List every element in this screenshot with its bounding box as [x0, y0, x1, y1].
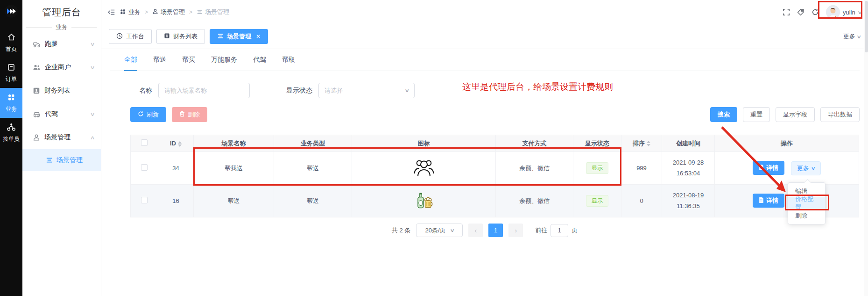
cell-sort: 0 — [621, 185, 662, 217]
filter-tab-bangsong[interactable]: 帮送 — [153, 49, 166, 71]
status-select[interactable]: 请选择 ∨ — [318, 83, 415, 98]
cell-business-type: 帮送 — [274, 185, 352, 217]
table-actions-group: 搜索 重置 显示字段 导出数据 — [710, 107, 860, 122]
select-all-checkbox[interactable] — [141, 139, 148, 146]
col-sort[interactable]: 排序 — [621, 135, 662, 152]
cell-pay-method: 余额、微信 — [496, 152, 573, 185]
chevron-down-icon: ∨ — [90, 111, 95, 117]
user-menu[interactable]: yulin ∨ — [826, 5, 861, 19]
car-icon — [33, 111, 41, 118]
sidebar-subitem-label: 场景管理 — [56, 156, 83, 165]
dropdown-item-delete[interactable]: 删除 — [788, 209, 825, 222]
cell-actions: 详情 更多 ∨ — [715, 185, 859, 217]
breadcrumb-item-scene-mgmt[interactable]: 场景管理 — [152, 8, 185, 16]
refresh-icon[interactable] — [812, 8, 819, 16]
scooter-icon — [33, 41, 41, 48]
theme-tag-icon[interactable] — [797, 8, 804, 16]
rail-item-home[interactable]: 首页 — [0, 28, 22, 58]
avatar — [826, 5, 840, 19]
scrollbar-thumb[interactable] — [865, 1, 868, 52]
row-checkbox[interactable] — [141, 197, 148, 203]
detail-button[interactable]: 详情 — [753, 161, 784, 175]
tab-workbench[interactable]: 工作台 — [109, 29, 152, 44]
rider-icon — [7, 123, 16, 133]
col-id[interactable]: ID — [158, 135, 194, 152]
cell-icon — [352, 152, 496, 185]
col-actions: 操作 — [715, 135, 859, 152]
app-logo-icon[interactable] — [4, 4, 18, 20]
close-icon[interactable]: ✕ — [256, 33, 261, 40]
chevron-down-icon: ∨ — [857, 10, 862, 15]
row-checkbox[interactable] — [141, 164, 148, 171]
tab-scene-management[interactable]: 场景管理 ✕ — [210, 29, 268, 44]
page-number-button[interactable]: 1 — [488, 224, 503, 237]
trash-icon — [179, 111, 185, 118]
filter-tab-universal[interactable]: 万能服务 — [211, 49, 237, 71]
cell-scene-name: 帮我送 — [194, 152, 274, 185]
order-icon — [7, 63, 15, 73]
goto-page: 前往 页 — [535, 224, 578, 237]
cell-pay-method: 余额、微信 — [496, 185, 573, 217]
filter-tab-daijia[interactable]: 代驾 — [253, 49, 266, 71]
breadcrumb-item-business[interactable]: 业务 — [120, 8, 141, 16]
filter-tab-all[interactable]: 全部 — [124, 49, 137, 71]
collapse-sidebar-icon[interactable] — [108, 9, 115, 15]
finance-doc-icon — [33, 87, 40, 94]
prev-page-button[interactable]: ‹ — [468, 224, 483, 237]
beer-cheers-icon — [415, 204, 433, 211]
more-actions-dropdown: 编辑 价格配置 删除 — [788, 182, 826, 224]
search-form: 名称 显示状态 请选择 ∨ — [139, 83, 860, 98]
next-page-button[interactable]: › — [508, 224, 523, 237]
reset-button[interactable]: 重置 — [743, 107, 770, 122]
topbar: 业务 > 场景管理 > 场景管理 yulin — [101, 0, 868, 24]
goto-page-input[interactable] — [550, 224, 568, 237]
sidebar-item-label: 代驾 — [45, 110, 58, 118]
show-columns-button[interactable]: 显示字段 — [776, 107, 815, 122]
rail-item-orders[interactable]: 订单 — [0, 58, 22, 88]
person-icon — [152, 8, 158, 16]
vertical-scrollbar — [864, 0, 868, 296]
delete-button[interactable]: 删除 — [172, 107, 207, 122]
rail-item-business[interactable]: 业务 — [0, 88, 22, 118]
filter-tabs: 全部 帮送 帮买 万能服务 代驾 帮取 — [110, 49, 860, 71]
dropdown-item-price-config[interactable]: 价格配置 — [788, 197, 825, 209]
chevron-down-icon: ∨ — [404, 88, 409, 93]
tab-finance[interactable]: 财务列表 — [156, 29, 205, 44]
home-icon — [7, 33, 16, 43]
filter-tab-bangmai[interactable]: 帮买 — [182, 49, 195, 71]
sort-icon[interactable] — [178, 141, 182, 147]
sidebar-item-merchants[interactable]: 企业商户 ∨ — [22, 56, 101, 79]
scene-table: ID 场景名称 业务类型 图标 支付方式 显示状态 排序 创建时间 操作 34 — [130, 135, 859, 217]
total-count: 共 2 条 — [392, 226, 410, 235]
rail-item-courier[interactable]: 接单员 — [0, 118, 22, 148]
filter-tab-bangqu[interactable]: 帮取 — [282, 49, 295, 71]
col-scene-name: 场景名称 — [194, 135, 274, 152]
cell-status: 显示 — [573, 152, 621, 185]
grid-icon — [7, 93, 15, 103]
sort-icon[interactable] — [647, 141, 650, 146]
sidebar-item-driving[interactable]: 代驾 ∨ — [22, 102, 101, 126]
chevron-down-icon: ∨ — [811, 166, 816, 171]
refresh-button[interactable]: 刷新 — [130, 107, 166, 122]
chevron-down-icon: ∨ — [450, 228, 455, 233]
more-button[interactable]: 更多 ∨ — [791, 161, 821, 175]
scene-name-input[interactable] — [158, 83, 250, 98]
person-icon — [33, 134, 40, 141]
chevron-down-icon: ∨ — [856, 34, 861, 39]
col-display-status: 显示状态 — [573, 135, 621, 152]
export-data-button[interactable]: 导出数据 — [820, 107, 860, 122]
secondary-sidebar: 管理后台 业务 跑腿 ∨ 企业商户 ∨ 财务列表 代驾 ∨ 场景管理 ∧ 场 — [22, 0, 101, 296]
tabs-more-button[interactable]: 更多 ∨ — [843, 32, 861, 41]
table-row: 34 帮我送 帮送 余额、微信 显示 999 2021-09-2816:53:0… — [131, 152, 859, 185]
cell-sort: 999 — [621, 152, 662, 185]
sidebar-item-scenes[interactable]: 场景管理 ∧ — [22, 126, 101, 149]
app-title: 管理后台 — [22, 6, 101, 19]
sidebar-item-errand[interactable]: 跑腿 ∨ — [22, 32, 101, 56]
fullscreen-icon[interactable] — [783, 8, 790, 16]
breadcrumb-item-current: 场景管理 — [197, 8, 229, 16]
detail-button[interactable]: 详情 — [753, 194, 784, 208]
sidebar-subitem-scene-management[interactable]: 场景管理 — [22, 149, 101, 171]
page-size-select[interactable]: 20条/页 ∨ — [416, 224, 463, 237]
search-button[interactable]: 搜索 — [710, 107, 737, 122]
sidebar-item-finance[interactable]: 财务列表 — [22, 79, 101, 102]
